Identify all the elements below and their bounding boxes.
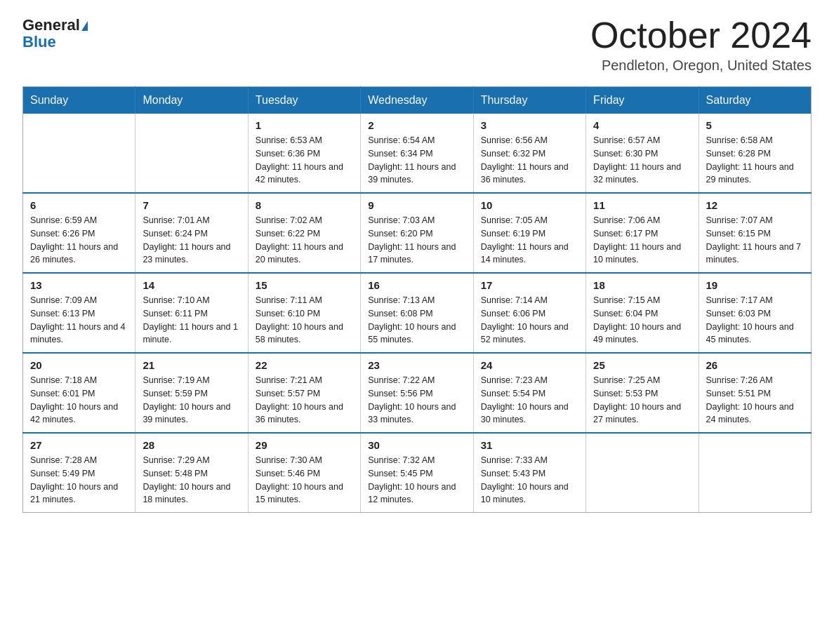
day-number: 2 xyxy=(368,119,465,131)
calendar-day-cell: 15Sunrise: 7:11 AMSunset: 6:10 PMDayligh… xyxy=(248,273,360,353)
day-info: Sunrise: 7:14 AMSunset: 6:06 PMDaylight:… xyxy=(481,295,569,344)
logo-triangle-icon xyxy=(81,21,88,31)
day-info: Sunrise: 7:30 AMSunset: 5:46 PMDaylight:… xyxy=(256,455,343,504)
day-of-week-header: Sunday xyxy=(23,87,135,114)
calendar-day-cell xyxy=(23,114,135,193)
title-area: October 2024 Pendleton, Oregon, United S… xyxy=(590,17,812,74)
logo-text: GeneralBlue xyxy=(22,16,88,51)
day-info: Sunrise: 7:10 AMSunset: 6:11 PMDaylight:… xyxy=(143,295,238,344)
calendar-day-cell: 1Sunrise: 6:53 AMSunset: 6:36 PMDaylight… xyxy=(248,114,360,193)
day-number: 15 xyxy=(256,279,353,291)
day-info: Sunrise: 7:28 AMSunset: 5:49 PMDaylight:… xyxy=(30,455,118,504)
page-header: GeneralBlue October 2024 Pendleton, Oreg… xyxy=(22,17,812,74)
day-info: Sunrise: 7:01 AMSunset: 6:24 PMDaylight:… xyxy=(143,215,230,264)
calendar-day-cell: 28Sunrise: 7:29 AMSunset: 5:48 PMDayligh… xyxy=(135,433,248,513)
calendar-day-cell: 7Sunrise: 7:01 AMSunset: 6:24 PMDaylight… xyxy=(135,193,248,273)
calendar-header: SundayMondayTuesdayWednesdayThursdayFrid… xyxy=(23,87,812,114)
calendar-day-cell: 6Sunrise: 6:59 AMSunset: 6:26 PMDaylight… xyxy=(23,193,135,273)
calendar-day-cell: 4Sunrise: 6:57 AMSunset: 6:30 PMDaylight… xyxy=(586,114,699,193)
day-info: Sunrise: 7:33 AMSunset: 5:43 PMDaylight:… xyxy=(481,455,569,504)
day-of-week-header: Wednesday xyxy=(361,87,473,114)
calendar-day-cell: 21Sunrise: 7:19 AMSunset: 5:59 PMDayligh… xyxy=(135,353,248,433)
day-number: 18 xyxy=(593,279,691,291)
day-info: Sunrise: 7:22 AMSunset: 5:56 PMDaylight:… xyxy=(368,375,456,424)
calendar-day-cell: 9Sunrise: 7:03 AMSunset: 6:20 PMDaylight… xyxy=(361,193,473,273)
day-info: Sunrise: 7:06 AMSunset: 6:17 PMDaylight:… xyxy=(593,215,681,264)
location-text: Pendleton, Oregon, United States xyxy=(590,58,812,74)
day-info: Sunrise: 7:15 AMSunset: 6:04 PMDaylight:… xyxy=(593,295,681,344)
day-number: 7 xyxy=(143,199,240,211)
calendar-day-cell: 31Sunrise: 7:33 AMSunset: 5:43 PMDayligh… xyxy=(473,433,585,513)
calendar-day-cell: 12Sunrise: 7:07 AMSunset: 6:15 PMDayligh… xyxy=(699,193,811,273)
calendar-day-cell: 13Sunrise: 7:09 AMSunset: 6:13 PMDayligh… xyxy=(23,273,135,353)
day-info: Sunrise: 7:17 AMSunset: 6:03 PMDaylight:… xyxy=(706,295,794,344)
calendar-day-cell: 26Sunrise: 7:26 AMSunset: 5:51 PMDayligh… xyxy=(699,353,811,433)
day-info: Sunrise: 7:13 AMSunset: 6:08 PMDaylight:… xyxy=(368,295,456,344)
calendar-week-row: 6Sunrise: 6:59 AMSunset: 6:26 PMDaylight… xyxy=(23,193,812,273)
day-number: 4 xyxy=(593,119,691,131)
calendar-day-cell: 29Sunrise: 7:30 AMSunset: 5:46 PMDayligh… xyxy=(248,433,360,513)
day-info: Sunrise: 7:03 AMSunset: 6:20 PMDaylight:… xyxy=(368,215,456,264)
day-number: 5 xyxy=(706,119,804,131)
day-info: Sunrise: 6:58 AMSunset: 6:28 PMDaylight:… xyxy=(706,135,794,185)
calendar-day-cell: 23Sunrise: 7:22 AMSunset: 5:56 PMDayligh… xyxy=(361,353,473,433)
day-info: Sunrise: 7:32 AMSunset: 5:45 PMDaylight:… xyxy=(368,455,456,504)
day-info: Sunrise: 6:57 AMSunset: 6:30 PMDaylight:… xyxy=(593,135,681,185)
day-info: Sunrise: 7:21 AMSunset: 5:57 PMDaylight:… xyxy=(256,375,343,424)
day-number: 19 xyxy=(706,279,804,291)
calendar-week-row: 1Sunrise: 6:53 AMSunset: 6:36 PMDaylight… xyxy=(23,114,812,193)
calendar-body: 1Sunrise: 6:53 AMSunset: 6:36 PMDaylight… xyxy=(23,114,812,513)
day-info: Sunrise: 7:18 AMSunset: 6:01 PMDaylight:… xyxy=(30,375,118,424)
calendar-day-cell: 2Sunrise: 6:54 AMSunset: 6:34 PMDaylight… xyxy=(361,114,473,193)
day-number: 10 xyxy=(481,199,578,211)
logo-area: GeneralBlue xyxy=(22,17,88,51)
day-info: Sunrise: 7:09 AMSunset: 6:13 PMDaylight:… xyxy=(30,295,126,344)
logo-blue-text: Blue xyxy=(22,33,56,51)
day-number: 21 xyxy=(143,359,240,371)
day-number: 22 xyxy=(256,359,353,371)
day-info: Sunrise: 6:54 AMSunset: 6:34 PMDaylight:… xyxy=(368,135,456,185)
day-number: 23 xyxy=(368,359,465,371)
calendar-day-cell: 25Sunrise: 7:25 AMSunset: 5:53 PMDayligh… xyxy=(586,353,699,433)
calendar-day-cell: 19Sunrise: 7:17 AMSunset: 6:03 PMDayligh… xyxy=(699,273,811,353)
calendar-day-cell: 16Sunrise: 7:13 AMSunset: 6:08 PMDayligh… xyxy=(361,273,473,353)
day-number: 17 xyxy=(481,279,578,291)
calendar-table: SundayMondayTuesdayWednesdayThursdayFrid… xyxy=(22,86,812,513)
day-number: 27 xyxy=(30,439,128,451)
calendar-day-cell: 5Sunrise: 6:58 AMSunset: 6:28 PMDaylight… xyxy=(699,114,811,193)
day-of-week-header: Friday xyxy=(586,87,699,114)
calendar-day-cell: 30Sunrise: 7:32 AMSunset: 5:45 PMDayligh… xyxy=(361,433,473,513)
day-number: 31 xyxy=(481,439,578,451)
day-info: Sunrise: 7:19 AMSunset: 5:59 PMDaylight:… xyxy=(143,375,230,424)
day-number: 30 xyxy=(368,439,465,451)
day-info: Sunrise: 7:02 AMSunset: 6:22 PMDaylight:… xyxy=(256,215,343,264)
day-info: Sunrise: 7:11 AMSunset: 6:10 PMDaylight:… xyxy=(256,295,343,344)
day-number: 24 xyxy=(481,359,578,371)
day-number: 16 xyxy=(368,279,465,291)
day-info: Sunrise: 7:05 AMSunset: 6:19 PMDaylight:… xyxy=(481,215,569,264)
calendar-day-cell xyxy=(699,433,811,513)
calendar-week-row: 13Sunrise: 7:09 AMSunset: 6:13 PMDayligh… xyxy=(23,273,812,353)
day-number: 26 xyxy=(706,359,804,371)
calendar-day-cell: 20Sunrise: 7:18 AMSunset: 6:01 PMDayligh… xyxy=(23,353,135,433)
calendar-day-cell: 27Sunrise: 7:28 AMSunset: 5:49 PMDayligh… xyxy=(23,433,135,513)
day-number: 20 xyxy=(30,359,128,371)
calendar-day-cell xyxy=(135,114,248,193)
calendar-day-cell: 14Sunrise: 7:10 AMSunset: 6:11 PMDayligh… xyxy=(135,273,248,353)
calendar-day-cell: 24Sunrise: 7:23 AMSunset: 5:54 PMDayligh… xyxy=(473,353,585,433)
day-number: 11 xyxy=(593,199,691,211)
day-info: Sunrise: 6:59 AMSunset: 6:26 PMDaylight:… xyxy=(30,215,118,264)
day-info: Sunrise: 7:26 AMSunset: 5:51 PMDaylight:… xyxy=(706,375,794,424)
day-number: 25 xyxy=(593,359,691,371)
day-number: 28 xyxy=(143,439,240,451)
day-number: 29 xyxy=(256,439,353,451)
calendar-day-cell: 17Sunrise: 7:14 AMSunset: 6:06 PMDayligh… xyxy=(473,273,585,353)
calendar-day-cell: 22Sunrise: 7:21 AMSunset: 5:57 PMDayligh… xyxy=(248,353,360,433)
calendar-week-row: 20Sunrise: 7:18 AMSunset: 6:01 PMDayligh… xyxy=(23,353,812,433)
header-row: SundayMondayTuesdayWednesdayThursdayFrid… xyxy=(23,87,812,114)
calendar-day-cell: 11Sunrise: 7:06 AMSunset: 6:17 PMDayligh… xyxy=(586,193,699,273)
day-number: 9 xyxy=(368,199,465,211)
day-number: 14 xyxy=(143,279,240,291)
day-number: 13 xyxy=(30,279,128,291)
day-info: Sunrise: 7:25 AMSunset: 5:53 PMDaylight:… xyxy=(593,375,681,424)
